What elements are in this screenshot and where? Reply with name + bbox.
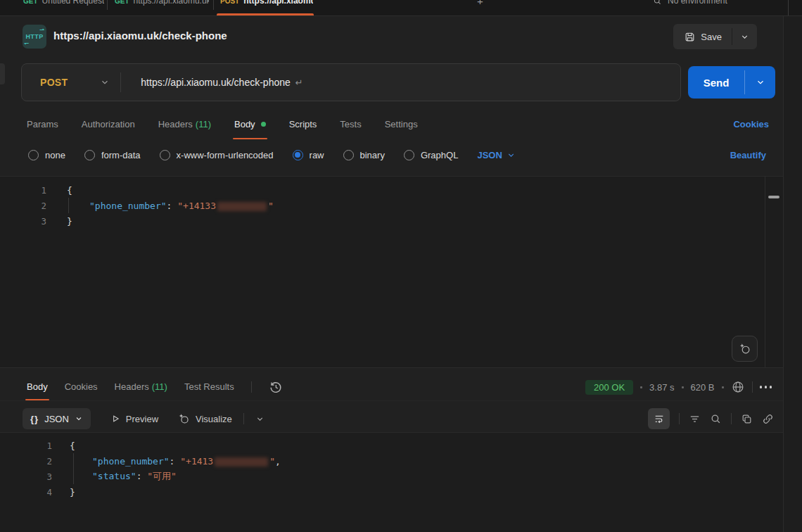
search-icon bbox=[653, 0, 662, 6]
right-sidebar-rail bbox=[783, 16, 802, 532]
tab-divider bbox=[107, 0, 108, 10]
tab-authorization[interactable]: Authorization bbox=[82, 109, 135, 139]
search-icon[interactable] bbox=[710, 413, 722, 425]
tab-title: https://api.xiaomu.uk/c bbox=[243, 0, 313, 6]
body-modified-dot bbox=[261, 122, 266, 127]
request-title: https://api.xiaomu.uk/check-phone bbox=[53, 30, 227, 42]
headers-count-badge: (11) bbox=[196, 119, 211, 129]
request-tab-active[interactable]: POSThttps://api.xiaomu.uk/c bbox=[220, 0, 313, 6]
chevron-down-icon bbox=[756, 77, 765, 87]
send-options-button[interactable] bbox=[745, 66, 775, 99]
chevron-down-icon bbox=[740, 32, 749, 42]
save-button[interactable]: Save bbox=[673, 24, 757, 49]
radio-binary[interactable]: binary bbox=[343, 150, 385, 160]
send-label[interactable]: Send bbox=[688, 66, 744, 99]
method-selector[interactable]: POST bbox=[40, 77, 68, 88]
magic-wand-button[interactable] bbox=[732, 336, 758, 362]
radio-icon bbox=[160, 150, 170, 160]
chevron-down-icon[interactable] bbox=[255, 414, 265, 424]
status-badge[interactable]: 200 OK bbox=[585, 380, 633, 395]
indent-guide bbox=[73, 453, 74, 484]
tab-divider bbox=[213, 0, 214, 10]
response-format-selector[interactable]: {} JSON bbox=[23, 408, 91, 429]
beautify-link[interactable]: Beautify bbox=[730, 142, 766, 167]
sidebar-collapse-handle[interactable] bbox=[0, 63, 5, 84]
http-protocol-icon: HTTP bbox=[23, 25, 46, 49]
request-tab-2[interactable]: GEThttps://api.xiaomu.uk/ch bbox=[115, 0, 209, 6]
workspace-tab-bar: GETUntitled Request GEThttps://api.xiaom… bbox=[0, 0, 802, 16]
response-time[interactable]: 3.87 s bbox=[649, 382, 674, 393]
line-number: 2 bbox=[0, 456, 52, 467]
tab-response-body[interactable]: Body bbox=[27, 373, 48, 400]
tab-tests[interactable]: Tests bbox=[340, 109, 361, 139]
radio-raw[interactable]: raw bbox=[293, 150, 324, 160]
link-icon[interactable] bbox=[762, 413, 774, 425]
cookies-link[interactable]: Cookies bbox=[733, 109, 769, 139]
tab-params[interactable]: Params bbox=[27, 109, 58, 139]
visualize-button[interactable]: Visualize bbox=[178, 413, 232, 425]
line-number: 1 bbox=[0, 185, 46, 196]
radio-x-www-form-urlencoded[interactable]: x-www-form-urlencoded bbox=[160, 150, 274, 160]
chevron-down-icon bbox=[75, 414, 83, 423]
line-number: 3 bbox=[0, 216, 46, 227]
copy-icon[interactable] bbox=[741, 413, 753, 425]
braces-icon: {} bbox=[30, 414, 39, 424]
radio-none[interactable]: none bbox=[28, 150, 65, 160]
json-key: "status" bbox=[92, 471, 136, 481]
json-string-value: "+1413 bbox=[180, 456, 213, 467]
chevron-down-icon bbox=[507, 151, 516, 160]
tab-scripts[interactable]: Scripts bbox=[289, 109, 317, 139]
headers-count-badge: (11) bbox=[152, 381, 167, 392]
request-body-editor[interactable]: 1 { 2 "phone_number": "+14133" 3 } bbox=[0, 176, 783, 368]
json-key: "phone_number" bbox=[89, 201, 167, 211]
request-tabs: Params Authorization Headers(11) Body Sc… bbox=[0, 109, 783, 139]
environment-selector[interactable]: No environment bbox=[653, 0, 727, 6]
url-container: POST https://api.xiaomu.uk/check-phone ↵ bbox=[21, 63, 681, 101]
code-line: 1 { bbox=[0, 438, 783, 453]
globe-icon[interactable] bbox=[731, 380, 745, 394]
editor-scrollbar-track[interactable] bbox=[765, 177, 782, 367]
radio-icon bbox=[343, 150, 354, 160]
method-badge: GET bbox=[115, 0, 129, 5]
tab-response-cookies[interactable]: Cookies bbox=[65, 373, 98, 400]
save-icon bbox=[685, 32, 695, 42]
filter-icon[interactable] bbox=[689, 413, 701, 425]
save-options-button[interactable] bbox=[732, 24, 757, 49]
response-size[interactable]: 620 B bbox=[691, 382, 715, 393]
divider bbox=[731, 413, 732, 424]
redacted-phone-digits bbox=[217, 202, 267, 211]
preview-button[interactable]: Preview bbox=[110, 414, 158, 424]
editor-scrollbar-thumb[interactable] bbox=[768, 196, 779, 198]
radio-icon-selected bbox=[293, 150, 303, 160]
chevron-down-icon[interactable] bbox=[100, 77, 110, 87]
indent-guide bbox=[68, 198, 69, 213]
divider bbox=[243, 413, 244, 424]
tab-test-results[interactable]: Test Results bbox=[184, 373, 234, 400]
tab-response-headers[interactable]: Headers(11) bbox=[115, 373, 167, 400]
url-input[interactable]: https://api.xiaomu.uk/check-phone bbox=[141, 77, 290, 88]
line-number: 4 bbox=[0, 487, 52, 498]
wrap-text-button[interactable] bbox=[648, 408, 670, 429]
divider bbox=[679, 413, 680, 424]
more-options-icon[interactable] bbox=[760, 386, 772, 388]
code-line: 4 } bbox=[0, 484, 783, 500]
request-header: HTTP https://api.xiaomu.uk/check-phone S… bbox=[0, 16, 783, 56]
language-selector[interactable]: JSON bbox=[477, 150, 515, 160]
tab-headers[interactable]: Headers(11) bbox=[158, 109, 211, 139]
divider bbox=[120, 72, 121, 92]
new-tab-button[interactable]: + bbox=[477, 0, 483, 7]
radio-icon bbox=[404, 150, 414, 160]
code-line: 3 } bbox=[0, 213, 783, 229]
code-line: 3 "status": "可用" bbox=[0, 469, 783, 484]
divider bbox=[251, 381, 252, 393]
json-string-value: "可用" bbox=[147, 471, 177, 481]
radio-graphql[interactable]: GraphQL bbox=[404, 150, 458, 160]
tab-body[interactable]: Body bbox=[234, 109, 266, 139]
separator-dot bbox=[682, 386, 684, 388]
send-button[interactable]: Send bbox=[688, 66, 775, 99]
history-icon[interactable] bbox=[269, 380, 283, 394]
radio-form-data[interactable]: form-data bbox=[84, 150, 141, 160]
response-body-editor[interactable]: 1 { 2 "phone_number": "+1413", 3 "status… bbox=[0, 432, 783, 532]
request-tab-1[interactable]: GETUntitled Request bbox=[23, 0, 104, 6]
tab-settings[interactable]: Settings bbox=[385, 109, 418, 139]
